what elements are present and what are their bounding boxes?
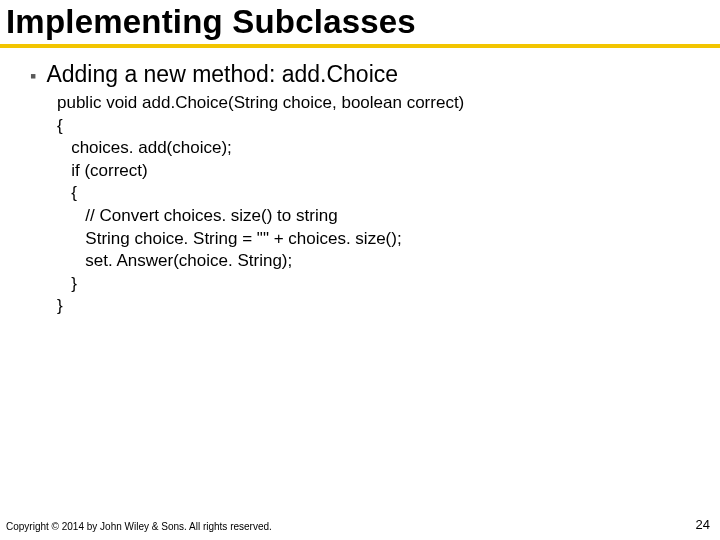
bullet-method-name: add.Choice [282, 61, 398, 87]
bullet-text-wrapper: Adding a new method: add.Choice [46, 61, 398, 88]
slide: Implementing Subclasses ▪ Adding a new m… [0, 0, 720, 540]
content-area: ▪ Adding a new method: add.Choice public… [0, 48, 720, 318]
page-number: 24 [696, 517, 710, 532]
code-block: public void add.Choice(String choice, bo… [57, 92, 690, 318]
copyright-footer: Copyright © 2014 by John Wiley & Sons. A… [6, 521, 272, 532]
slide-title: Implementing Subclasses [0, 0, 720, 44]
bullet-marker-icon: ▪ [30, 67, 36, 85]
bullet-text: Adding a new method: [46, 61, 281, 87]
bullet-row: ▪ Adding a new method: add.Choice [30, 61, 690, 88]
